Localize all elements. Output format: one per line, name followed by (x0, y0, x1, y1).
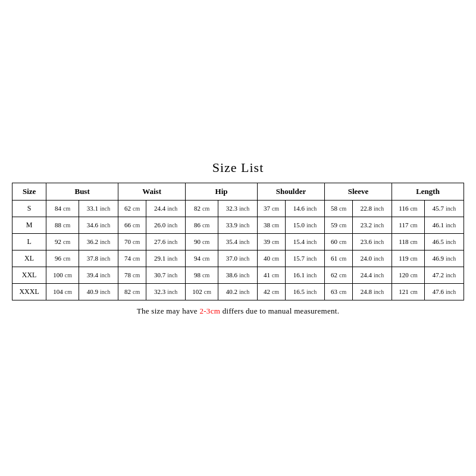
measurement-cell: 16.5 inch (286, 284, 325, 300)
measurement-cell: 66 cm (118, 217, 146, 234)
measurement-cell: 74 cm (118, 250, 146, 267)
measurement-cell: 60 cm (324, 234, 352, 250)
table-row: XL96 cm37.8 inch74 cm29.1 inch94 cm37.0 … (12, 250, 464, 267)
measurement-cell: 62 cm (324, 267, 352, 284)
table-row: XXL100 cm39.4 inch78 cm30.7 inch98 cm38.… (12, 267, 464, 284)
measurement-cell: 45.7 inch (424, 201, 464, 217)
size-value: XL (12, 250, 46, 267)
measurement-cell: 33.9 inch (218, 217, 258, 234)
measurement-cell: 121 cm (392, 284, 425, 300)
measurement-cell: 41 cm (257, 267, 285, 284)
measurement-cell: 94 cm (186, 250, 218, 267)
table-row: L92 cm36.2 inch70 cm27.6 inch90 cm35.4 i… (12, 234, 464, 250)
measurement-cell: 32.3 inch (146, 284, 186, 300)
measurement-cell: 70 cm (118, 234, 146, 250)
measurement-cell: 116 cm (392, 201, 425, 217)
measurement-cell: 86 cm (186, 217, 218, 234)
size-value: XXXL (12, 284, 46, 300)
measurement-cell: 36.2 inch (79, 234, 118, 250)
measurement-cell: 38 cm (257, 217, 285, 234)
measurement-cell: 84 cm (46, 201, 79, 217)
measurement-cell: 90 cm (186, 234, 218, 250)
header-sleeve: Sleeve (324, 183, 392, 201)
measurement-cell: 119 cm (392, 250, 425, 267)
measurement-cell: 98 cm (186, 267, 218, 284)
measurement-cell: 14.6 inch (286, 201, 325, 217)
measurement-cell: 46.5 inch (424, 234, 464, 250)
header-hip: Hip (186, 183, 258, 201)
table-row: M88 cm34.6 inch66 cm26.0 inch86 cm33.9 i… (12, 217, 464, 234)
measurement-cell: 30.7 inch (146, 267, 186, 284)
measurement-cell: 16.1 inch (286, 267, 325, 284)
measurement-cell: 39 cm (257, 234, 285, 250)
size-table: Size Bust Waist Hip Shoulder Sleeve Leng… (12, 183, 464, 300)
measurement-cell: 42 cm (257, 284, 285, 300)
header-bust: Bust (46, 183, 118, 201)
measurement-cell: 24.4 inch (146, 201, 186, 217)
size-value: M (12, 217, 46, 234)
measurement-cell: 92 cm (46, 234, 79, 250)
measurement-cell: 96 cm (46, 250, 79, 267)
measurement-cell: 37.8 inch (79, 250, 118, 267)
measurement-cell: 33.1 inch (79, 201, 118, 217)
measurement-cell: 23.6 inch (353, 234, 392, 250)
measurement-cell: 82 cm (186, 201, 218, 217)
measurement-cell: 61 cm (324, 250, 352, 267)
measurement-cell: 40.9 inch (79, 284, 118, 300)
header-length: Length (392, 183, 464, 201)
main-container: Size List Size Bust Waist Hip Shoulder S… (6, 160, 470, 316)
measurement-cell: 117 cm (392, 217, 425, 234)
note-before: The size may have (137, 306, 200, 315)
measurement-cell: 40.2 inch (218, 284, 258, 300)
measurement-cell: 39.4 inch (79, 267, 118, 284)
measurement-cell: 82 cm (118, 284, 146, 300)
measurement-cell: 100 cm (46, 267, 79, 284)
measurement-cell: 63 cm (324, 284, 352, 300)
measurement-cell: 88 cm (46, 217, 79, 234)
measurement-cell: 23.2 inch (353, 217, 392, 234)
size-value: XXL (12, 267, 46, 284)
measurement-cell: 102 cm (186, 284, 218, 300)
measurement-cell: 47.2 inch (424, 267, 464, 284)
measurement-cell: 26.0 inch (146, 217, 186, 234)
measurement-cell: 29.1 inch (146, 250, 186, 267)
measurement-cell: 46.9 inch (424, 250, 464, 267)
measurement-cell: 15.7 inch (286, 250, 325, 267)
measurement-cell: 37 cm (257, 201, 285, 217)
header-shoulder: Shoulder (257, 183, 324, 201)
measurement-cell: 118 cm (392, 234, 425, 250)
measurement-cell: 40 cm (257, 250, 285, 267)
size-value: L (12, 234, 46, 250)
header-size: Size (12, 183, 46, 201)
measurement-cell: 46.1 inch (424, 217, 464, 234)
measurement-cell: 15.4 inch (286, 234, 325, 250)
measurement-note: The size may have 2-3cm differs due to m… (137, 306, 340, 316)
measurement-cell: 34.6 inch (79, 217, 118, 234)
measurement-cell: 62 cm (118, 201, 146, 217)
measurement-cell: 32.3 inch (218, 201, 258, 217)
measurement-cell: 37.0 inch (218, 250, 258, 267)
measurement-cell: 78 cm (118, 267, 146, 284)
table-row: S84 cm33.1 inch62 cm24.4 inch82 cm32.3 i… (12, 201, 464, 217)
measurement-cell: 47.6 inch (424, 284, 464, 300)
measurement-cell: 59 cm (324, 217, 352, 234)
size-value: S (12, 201, 46, 217)
measurement-cell: 38.6 inch (218, 267, 258, 284)
measurement-cell: 15.0 inch (286, 217, 325, 234)
header-waist: Waist (118, 183, 186, 201)
measurement-cell: 24.8 inch (353, 284, 392, 300)
note-highlight: 2-3cm (199, 306, 220, 315)
measurement-cell: 104 cm (46, 284, 79, 300)
measurement-cell: 24.4 inch (353, 267, 392, 284)
measurement-cell: 24.0 inch (353, 250, 392, 267)
measurement-cell: 58 cm (324, 201, 352, 217)
note-after: differs due to manual measurement. (220, 306, 339, 315)
page-title: Size List (212, 160, 264, 176)
table-row: XXXL104 cm40.9 inch82 cm32.3 inch102 cm4… (12, 284, 464, 300)
measurement-cell: 22.8 inch (353, 201, 392, 217)
measurement-cell: 27.6 inch (146, 234, 186, 250)
measurement-cell: 35.4 inch (218, 234, 258, 250)
measurement-cell: 120 cm (392, 267, 425, 284)
